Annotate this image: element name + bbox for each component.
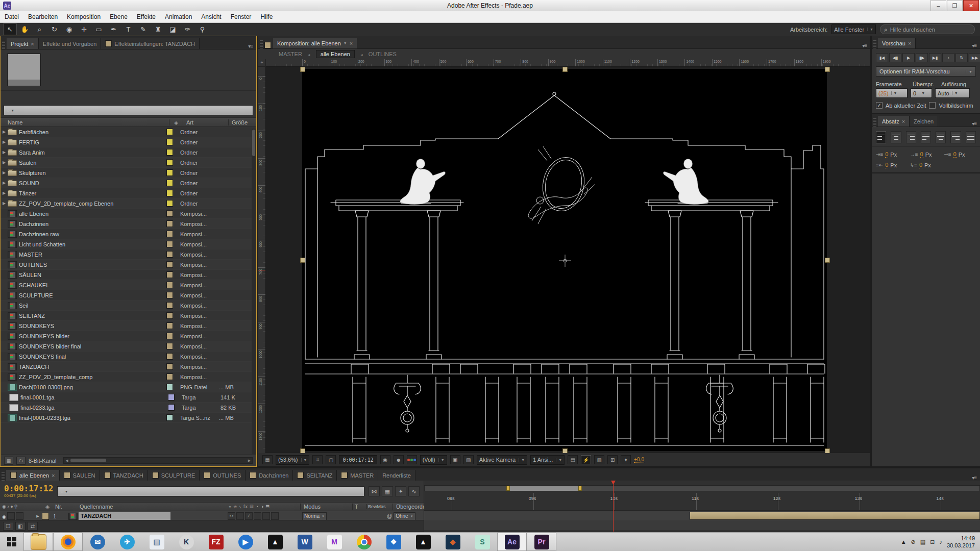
field-value[interactable]: 0: [953, 151, 957, 158]
close-tab-icon[interactable]: [902, 118, 905, 124]
menu-datei[interactable]: Datei: [0, 13, 23, 20]
work-area-bar[interactable]: [506, 485, 582, 491]
project-item-tänzer[interactable]: TänzerOrdner: [1, 188, 256, 198]
taskbar-clock[interactable]: 14:49 30.03.2017: [947, 535, 975, 549]
project-item-zz-pov-2d-template-comp-ebenen[interactable]: ZZ_POV_2D_template_comp EbenenOrdner: [1, 198, 256, 209]
timeline-search-input[interactable]: [57, 486, 364, 496]
project-item-seiltanz[interactable]: SEILTANZKomposi...: [1, 311, 256, 321]
taskbar-word[interactable]: W: [290, 533, 320, 551]
collapse-transforms-switch[interactable]: [228, 512, 235, 520]
ram-preview-button[interactable]: ▶▶: [969, 53, 980, 62]
taskbar-s-app[interactable]: S: [468, 533, 497, 551]
menu-fenster[interactable]: Fenster: [226, 13, 256, 20]
rotation-tool[interactable]: ↻: [47, 23, 61, 35]
layer-color-swatch[interactable]: [42, 513, 49, 520]
project-item-sara-anim[interactable]: Sara AnimOrdner: [1, 147, 256, 158]
new-folder-icon[interactable]: 🗀: [16, 457, 26, 465]
taskbar-media-player[interactable]: ▶: [231, 533, 260, 551]
skip-dropdown[interactable]: 0: [911, 88, 932, 98]
taskbar-mediamonkey[interactable]: M: [320, 533, 349, 551]
project-item-säulen[interactable]: SäulenOrdner: [1, 158, 256, 168]
selection-handle[interactable]: [300, 67, 305, 72]
selection-handle[interactable]: [825, 67, 830, 72]
help-search-input[interactable]: Hilfe durchsuchen: [880, 24, 975, 34]
reset-exposure-icon[interactable]: ✦: [621, 455, 631, 464]
label-color-swatch[interactable]: [166, 231, 173, 237]
snapshot-icon[interactable]: ◉: [380, 455, 390, 464]
project-item-tanzdach[interactable]: TANZDACHKomposi...: [1, 362, 256, 372]
column-mode[interactable]: Modus: [300, 504, 352, 510]
mini-flowchart-icon[interactable]: ⋈: [369, 486, 380, 496]
project-item-schaukel[interactable]: SCHAUKELKomposi...: [1, 280, 256, 290]
maximize-button[interactable]: ❐: [947, 0, 963, 11]
project-item-final-0001-tga[interactable]: final-0001.tgaTarga141 K: [1, 392, 256, 403]
interpret-footage-icon[interactable]: ▦: [4, 457, 13, 465]
menu-ansicht[interactable]: Ansicht: [197, 13, 226, 20]
parent-dropdown[interactable]: Ohne: [394, 512, 415, 520]
project-search-input[interactable]: [4, 105, 253, 115]
project-item-alle-ebenen[interactable]: alle EbenenKomposi...: [1, 209, 256, 219]
label-color-swatch[interactable]: [168, 404, 175, 411]
close-tab-icon[interactable]: [52, 472, 55, 479]
ram-preview-options-dropdown[interactable]: Optionen für RAM-Vorschau: [876, 66, 976, 77]
time-ruler[interactable]: 08s09s10s11s12s13s14s: [424, 481, 980, 511]
disclosure-icon[interactable]: [1, 170, 8, 175]
project-item-soundkeys-final[interactable]: SOUNDKEYS finalKomposi...: [1, 352, 256, 362]
label-color-swatch[interactable]: [166, 149, 173, 156]
panel-menu-icon[interactable]: [968, 121, 980, 127]
project-item-soundkeys-bilder-final[interactable]: SOUNDKEYS bilder finalKomposi...: [1, 341, 256, 352]
close-tab-icon[interactable]: [908, 40, 911, 46]
composition-canvas[interactable]: [302, 69, 827, 451]
hidden-icons-icon[interactable]: ▲: [901, 539, 906, 545]
align-justify-left-button[interactable]: [921, 131, 931, 143]
label-color-swatch[interactable]: [166, 139, 173, 145]
work-area-end-handle[interactable]: [578, 486, 582, 491]
menu-bearbeiten[interactable]: Bearbeiten: [23, 13, 62, 20]
label-color-swatch[interactable]: [166, 343, 173, 349]
panel-drag-handle[interactable]: [2, 472, 5, 481]
panel-drag-handle[interactable]: [873, 40, 876, 48]
project-item-skulpturen[interactable]: SkulpturenOrdner: [1, 168, 256, 178]
disclosure-icon[interactable]: [1, 181, 8, 185]
indent-left-field[interactable]: 0Px: [876, 151, 908, 158]
label-color-swatch[interactable]: [166, 353, 173, 360]
label-column-icon[interactable]: ◈: [42, 504, 53, 510]
disclosure-icon[interactable]: [1, 201, 8, 206]
label-color-swatch[interactable]: [166, 271, 173, 278]
taskbar-cinder[interactable]: ▲: [260, 533, 290, 551]
transparency-grid-icon[interactable]: ▨: [463, 455, 474, 464]
label-column-icon[interactable]: [169, 119, 183, 126]
panel-drag-handle[interactable]: [873, 118, 876, 127]
align-left-button[interactable]: [876, 131, 886, 143]
column-type[interactable]: Art: [183, 119, 229, 126]
timeline-tab-renderliste[interactable]: Renderliste: [378, 470, 415, 481]
work-area-start-handle[interactable]: [506, 486, 510, 491]
label-color-swatch[interactable]: [166, 251, 173, 258]
panel-menu-icon[interactable]: [244, 43, 256, 49]
column-t[interactable]: T: [352, 504, 366, 510]
label-color-swatch[interactable]: [168, 394, 175, 400]
workspace-dropdown[interactable]: Alle Fenster: [831, 24, 876, 34]
close-tab-icon[interactable]: [31, 41, 34, 47]
align-justify-right-button[interactable]: [950, 131, 961, 143]
label-color-swatch[interactable]: [166, 333, 173, 339]
layer-duration-bar[interactable]: [690, 512, 980, 520]
expand-layer-switches-icon[interactable]: ❐: [3, 522, 13, 531]
timeline-tab-tanzdach[interactable]: TANZDACH: [100, 470, 148, 481]
label-color-swatch[interactable]: [166, 169, 173, 176]
region-of-interest-icon[interactable]: ▢: [326, 455, 336, 464]
taskbar-keepass[interactable]: K: [172, 533, 201, 551]
comp-flowchart-icon[interactable]: ⊞: [607, 455, 618, 464]
project-item-soundkeys[interactable]: SOUNDKEYSKomposi...: [1, 321, 256, 331]
panel-menu-icon[interactable]: [968, 43, 980, 48]
camera-dropdown[interactable]: Aktive Kamera: [477, 455, 527, 465]
project-tab-projekt[interactable]: Projekt: [7, 38, 39, 49]
volume-icon[interactable]: ♪: [939, 539, 942, 545]
align-justify-center-button[interactable]: [936, 131, 946, 143]
label-color-swatch[interactable]: [166, 322, 173, 329]
project-item-final-0001-0233-tga[interactable]: final-[0001-0233].tgaTarga S...nz... MB: [1, 413, 256, 423]
channels-icon[interactable]: [407, 455, 417, 464]
selection-handle[interactable]: [562, 67, 568, 72]
eraser-tool[interactable]: ◪: [166, 23, 180, 35]
bit-depth-label[interactable]: 8-Bit-Kanal: [29, 458, 56, 464]
